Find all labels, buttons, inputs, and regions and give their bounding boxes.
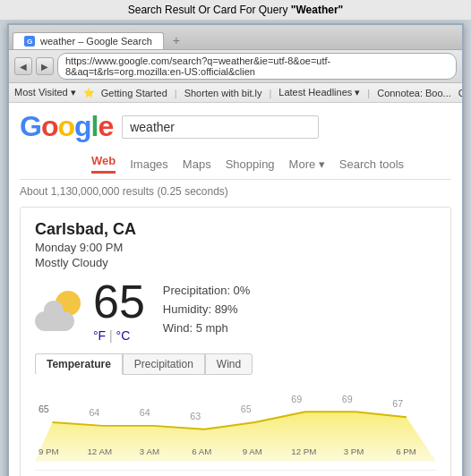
temp-value: 65 — [93, 278, 145, 325]
svg-text:9 PM: 9 PM — [39, 446, 59, 456]
svg-text:9 AM: 9 AM — [243, 446, 262, 456]
svg-text:65: 65 — [39, 404, 49, 414]
logo-g: G — [20, 110, 41, 142]
browser-window: G weather – Google Search + ◀ ▶ https://… — [7, 23, 464, 476]
nav-more[interactable]: More ▾ — [289, 157, 325, 171]
nav-search-tools[interactable]: Search tools — [339, 157, 404, 171]
bookmarks-bar: Most Visited ▾ ⭐ Getting Started | Short… — [9, 83, 462, 103]
temperature-chart: 65 64 64 63 65 69 69 67 — [35, 382, 436, 463]
bookmark-divider3: | — [367, 88, 370, 98]
google-logo: Google — [20, 110, 113, 143]
tab-label: weather – Google Search — [40, 36, 152, 47]
wind-value: Wind: 5 mph — [163, 319, 436, 338]
logo-g2: g — [74, 110, 91, 142]
weather-time: Monday 9:00 PM — [35, 241, 436, 254]
bookmark-getting-started[interactable]: Getting Started — [101, 88, 167, 98]
svg-text:6 PM: 6 PM — [396, 446, 416, 456]
svg-text:69: 69 — [342, 394, 353, 404]
title-text: Search Result Or Card For Query — [128, 4, 291, 16]
nav-shopping[interactable]: Shopping — [226, 157, 275, 171]
bookmark-headlines[interactable]: Latest Headlines ▾ — [278, 87, 360, 98]
bookmarks-most-visited[interactable]: Most Visited ▾ — [14, 87, 76, 98]
humidity-value: Humidity: 89% — [163, 301, 436, 319]
bookmark-star: ⭐ — [83, 88, 94, 98]
temp-unit: °F | °C — [93, 328, 145, 343]
tab-bar: G weather – Google Search + — [9, 25, 462, 50]
url-input[interactable]: https://www.google.com/search?q=weather&… — [57, 53, 457, 80]
forward-button[interactable]: ▶ — [36, 57, 54, 75]
title-query: "Weather" — [291, 4, 344, 16]
chart-tabs: Temperature Precipitation Wind — [35, 353, 436, 375]
bookmark-divider2: | — [269, 88, 271, 98]
logo-o1: o — [41, 110, 58, 142]
unit-separator: | — [106, 328, 116, 343]
svg-text:3 AM: 3 AM — [140, 446, 159, 456]
tab-temperature[interactable]: Temperature — [35, 353, 123, 375]
nav-images[interactable]: Images — [130, 157, 168, 171]
svg-text:12 PM: 12 PM — [291, 446, 316, 456]
nav-maps[interactable]: Maps — [183, 157, 211, 171]
active-tab[interactable]: G weather – Google Search — [13, 32, 164, 49]
svg-text:12 AM: 12 AM — [87, 446, 112, 456]
weather-icon — [35, 291, 84, 331]
weather-condition: Mostly Cloudy — [35, 256, 436, 269]
temperature-display: 65 °F | °C — [93, 278, 145, 343]
weather-details: Precipitation: 0% Humidity: 89% Wind: 5 … — [163, 278, 436, 337]
svg-text:64: 64 — [89, 407, 99, 418]
svg-text:67: 67 — [392, 398, 403, 409]
bookmark-connotea2[interactable]: Connotea: I — [458, 88, 462, 98]
precipitation-value: Precipitation: 0% — [163, 282, 436, 301]
title-bar: Search Result Or Card For Query "Weather… — [0, 0, 471, 20]
svg-text:65: 65 — [241, 404, 252, 414]
weather-temp-section: 65 °F | °C — [35, 278, 145, 343]
result-count: About 1,130,000,000 results (0.25 second… — [20, 185, 451, 198]
cloud-body — [35, 311, 74, 331]
bookmark-shorten[interactable]: Shorten with bit.ly — [184, 88, 262, 98]
hourly-forecast: Mon 73° 63° Tue 70° 63° Wed — [35, 470, 436, 476]
fahrenheit-link[interactable]: °F — [93, 328, 106, 343]
new-tab-button[interactable]: + — [167, 31, 185, 49]
back-button[interactable]: ◀ — [14, 57, 32, 75]
weather-location: Carlsbad, CA — [35, 220, 436, 239]
logo-o2: o — [57, 110, 74, 142]
celsius-link[interactable]: °C — [116, 328, 131, 343]
nav-web[interactable]: Web — [91, 154, 116, 174]
search-query-text: weather — [130, 120, 175, 134]
address-bar: ◀ ▶ https://www.google.com/search?q=weat… — [9, 50, 462, 83]
weather-main: 65 °F | °C Precipitation: 0% Humidity: 8… — [35, 278, 436, 343]
google-header: Google weather — [20, 110, 451, 143]
tab-precipitation[interactable]: Precipitation — [123, 353, 205, 375]
svg-text:69: 69 — [291, 394, 302, 404]
search-navigation: Web Images Maps Shopping More ▾ Search t… — [20, 150, 451, 180]
weather-card: Carlsbad, CA Monday 9:00 PM Mostly Cloud… — [20, 207, 451, 476]
tab-favicon: G — [24, 36, 35, 47]
svg-text:64: 64 — [140, 407, 150, 418]
search-box[interactable]: weather — [122, 115, 319, 139]
bookmark-connotea1[interactable]: Connotea: Boo... — [377, 88, 451, 98]
logo-e: e — [98, 110, 113, 142]
svg-text:3 PM: 3 PM — [344, 446, 364, 456]
svg-text:63: 63 — [190, 411, 201, 421]
page-content: Google weather Web Images Maps Shopping … — [9, 103, 462, 476]
tab-wind[interactable]: Wind — [205, 353, 253, 375]
bookmark-divider: | — [175, 88, 177, 98]
svg-text:6 AM: 6 AM — [192, 446, 211, 456]
chart-svg: 65 64 64 63 65 69 69 67 — [35, 382, 436, 463]
